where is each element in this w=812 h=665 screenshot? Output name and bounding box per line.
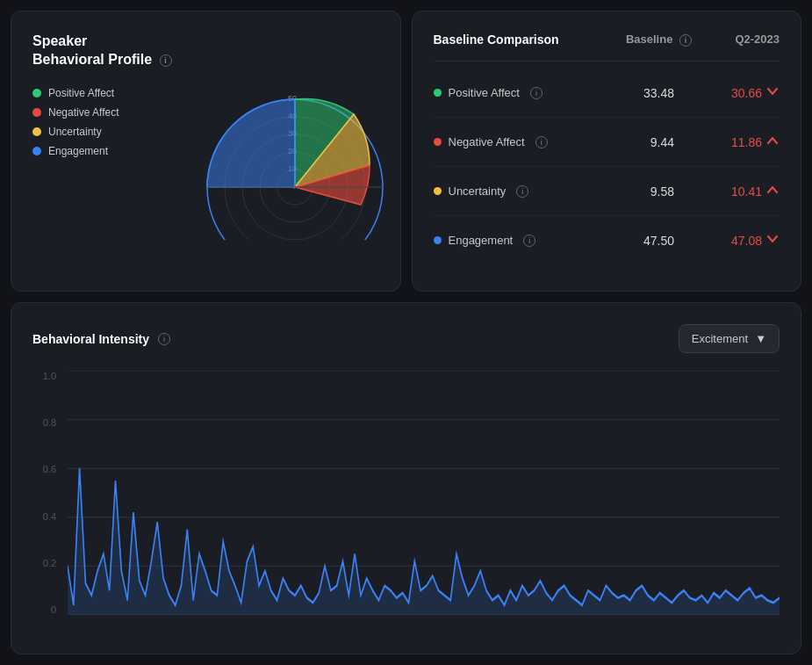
baseline-title: Baseline Comparison — [434, 33, 591, 47]
intensity-header: Behavioral Intensity i Excitement ▼ — [32, 324, 780, 353]
y-axis-label: 0.6 — [43, 464, 56, 474]
q2-value: 30.66 — [709, 84, 780, 101]
legend-dot — [32, 89, 41, 98]
baseline-row: Engagement i 47.50 47.08 — [434, 216, 780, 264]
q2-col-label: Q2-2023 — [727, 33, 780, 47]
trend-arrow-icon — [765, 134, 780, 150]
y-axis-label: 0.4 — [43, 511, 56, 522]
trend-arrow-icon — [765, 232, 780, 249]
baseline-rows: Positive Affect i 33.48 30.66 Negative A… — [434, 69, 780, 264]
y-axis-label: 0 — [51, 604, 56, 615]
chart-area: 1.00.80.60.40.20 — [32, 371, 780, 632]
baseline-row: Negative Affect i 9.44 11.86 — [434, 118, 780, 167]
y-axis-label: 0.2 — [43, 558, 56, 568]
profile-card: SpeakerBehavioral Profile i Positive Aff… — [11, 11, 401, 292]
baseline-value: 9.44 — [622, 135, 674, 149]
line-chart — [68, 371, 780, 615]
chart-inner: 1.00.80.60.40.20 — [32, 371, 780, 632]
metric-info-icon[interactable]: i — [535, 136, 548, 148]
metric-info-icon[interactable]: i — [523, 235, 535, 247]
baseline-col-label: Baseline i — [626, 33, 692, 47]
metric-info-icon[interactable]: i — [530, 87, 543, 99]
intensity-title: Behavioral Intensity — [32, 332, 149, 346]
metric-label: Negative Affect i — [434, 135, 587, 148]
profile-info-icon[interactable]: i — [160, 54, 172, 67]
q2-value: 10.41 — [709, 183, 780, 199]
metric-dot — [434, 138, 442, 146]
chart-fill — [68, 468, 780, 615]
metric-info-icon[interactable]: i — [516, 185, 528, 198]
trend-arrow-icon — [765, 84, 780, 101]
baseline-row: Positive Affect i 33.48 30.66 — [434, 69, 780, 118]
chevron-down-icon: ▼ — [755, 332, 766, 345]
metric-label: Engagement i — [434, 234, 587, 247]
baseline-header: Baseline Comparison Baseline i Q2-2023 — [434, 33, 780, 61]
legend-dot — [32, 108, 41, 117]
metric-label: Positive Affect i — [434, 86, 587, 99]
dashboard: SpeakerBehavioral Profile i Positive Aff… — [0, 0, 812, 665]
metric-dot — [434, 187, 442, 195]
baseline-value: 9.58 — [622, 184, 674, 199]
intensity-info-icon[interactable]: i — [158, 333, 170, 345]
metric-dot — [434, 236, 442, 244]
baseline-row: Uncertainty i 9.58 10.41 — [434, 167, 780, 216]
trend-arrow-icon — [765, 183, 780, 199]
y-axis: 1.00.80.60.40.20 — [32, 371, 63, 615]
q2-value: 11.86 — [709, 134, 780, 150]
baseline-value: 47.50 — [622, 234, 674, 248]
chart-svg-container — [68, 371, 780, 615]
chart-line — [68, 468, 780, 605]
legend-dot — [32, 147, 41, 155]
baseline-card: Baseline Comparison Baseline i Q2-2023 P… — [412, 11, 802, 292]
radar-chart: 50 40 30 20 10 — [198, 29, 392, 257]
baseline-value: 33.48 — [622, 86, 674, 100]
y-axis-label: 1.0 — [43, 371, 56, 381]
y-axis-label: 0.8 — [43, 417, 56, 428]
q2-value: 47.08 — [709, 232, 780, 249]
baseline-info-icon[interactable]: i — [679, 34, 692, 47]
excitement-dropdown[interactable]: Excitement ▼ — [679, 324, 780, 353]
legend-dot — [32, 127, 41, 136]
metric-label: Uncertainty i — [434, 184, 587, 198]
intensity-card: Behavioral Intensity i Excitement ▼ 1.00… — [11, 302, 801, 654]
metric-dot — [434, 89, 442, 97]
